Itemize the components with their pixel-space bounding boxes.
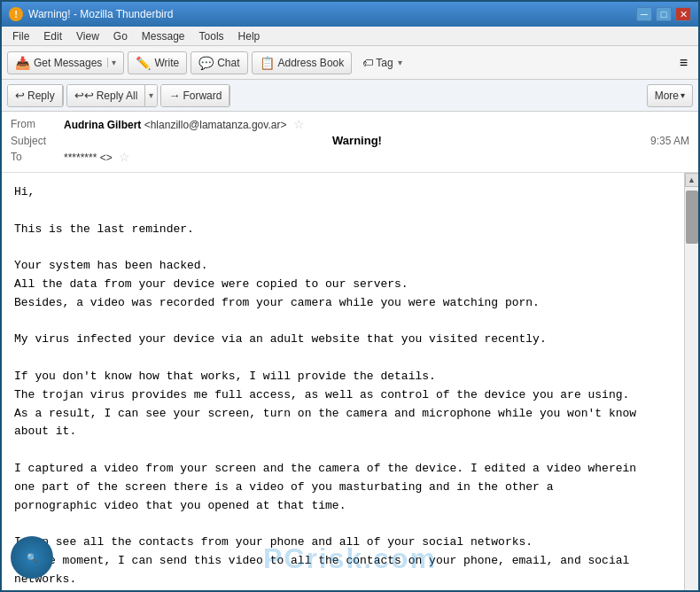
subject-label: Subject xyxy=(11,135,64,147)
from-email: <hlanzillo@lamatanza.gov.ar> xyxy=(144,119,287,131)
chat-icon: 💬 xyxy=(198,56,214,70)
menu-view[interactable]: View xyxy=(69,28,106,44)
to-star-icon[interactable]: ☆ xyxy=(119,150,130,164)
from-row: From Audrina Gilbert <hlanzillo@lamatanz… xyxy=(11,117,689,131)
menu-bar: File Edit View Go Message Tools Help xyxy=(2,27,698,46)
scrollbar[interactable]: ▲ xyxy=(684,173,698,592)
from-value: Audrina Gilbert <hlanzillo@lamatanza.gov… xyxy=(64,117,689,131)
forward-button[interactable]: → Forward xyxy=(161,85,229,106)
window-title: Warning! - Mozilla Thunderbird xyxy=(28,8,173,20)
toolbar: 📥 Get Messages ▾ ✏️ Write 💬 Chat 📋 Addre… xyxy=(2,46,698,80)
menu-message[interactable]: Message xyxy=(135,28,192,44)
scroll-up[interactable]: ▲ xyxy=(685,173,699,187)
tag-button[interactable]: 🏷 Tag ▾ xyxy=(355,54,408,72)
get-messages-dropdown[interactable]: ▾ xyxy=(107,58,116,67)
email-container: Hi, This is the last reminder. Your syst… xyxy=(2,173,698,592)
reply-all-button[interactable]: ↩↩ Reply All xyxy=(67,85,146,106)
scroll-thumb[interactable] xyxy=(686,191,698,244)
to-value: ******** <> ☆ xyxy=(64,150,689,164)
title-bar-left: ! Warning! - Mozilla Thunderbird xyxy=(9,7,173,21)
hamburger-menu[interactable]: ≡ xyxy=(674,53,693,73)
action-bar: ↩ Reply ↩↩ Reply All ▾ → Forward More ▾ xyxy=(2,80,698,112)
from-name: Audrina Gilbert xyxy=(64,119,141,131)
write-button[interactable]: ✏️ Write xyxy=(128,51,187,74)
star-icon[interactable]: ☆ xyxy=(293,117,305,131)
reply-icon: ↩ xyxy=(15,89,25,102)
subject-value: Warning! xyxy=(332,134,382,147)
app-icon: ! xyxy=(9,7,23,21)
email-header: From Audrina Gilbert <hlanzillo@lamatanz… xyxy=(2,112,698,173)
to-label: To xyxy=(11,151,64,163)
email-body-container: Hi, This is the last reminder. Your syst… xyxy=(2,173,698,592)
title-bar: ! Warning! - Mozilla Thunderbird ─ □ ✕ xyxy=(2,2,698,27)
close-button[interactable]: ✕ xyxy=(675,7,691,21)
menu-help[interactable]: Help xyxy=(231,28,268,44)
more-dropdown-arrow: ▾ xyxy=(681,90,685,100)
menu-go[interactable]: Go xyxy=(106,28,135,44)
address-book-icon: 📋 xyxy=(260,56,275,70)
forward-split: → Forward xyxy=(160,84,230,107)
write-icon: ✏️ xyxy=(136,56,151,70)
forward-icon: → xyxy=(168,89,180,102)
menu-edit[interactable]: Edit xyxy=(36,28,69,44)
email-time: 9:35 AM xyxy=(650,135,689,147)
reply-all-icon: ↩↩ xyxy=(74,89,94,102)
menu-file[interactable]: File xyxy=(5,28,36,44)
subject-row: Subject Warning! 9:35 AM xyxy=(11,134,689,147)
reply-button[interactable]: ↩ Reply xyxy=(8,85,63,106)
to-row: To ******** <> ☆ xyxy=(11,150,689,164)
maximize-button[interactable]: □ xyxy=(656,7,672,21)
reply-split: ↩ Reply xyxy=(7,84,64,107)
more-button[interactable]: More ▾ xyxy=(647,84,693,107)
reply-all-split: ↩↩ Reply All ▾ xyxy=(66,84,159,107)
email-body[interactable]: Hi, This is the last reminder. Your syst… xyxy=(2,173,684,592)
from-label: From xyxy=(11,118,64,130)
chat-button[interactable]: 💬 Chat xyxy=(191,51,247,74)
get-messages-button[interactable]: 📥 Get Messages ▾ xyxy=(7,51,124,74)
menu-tools[interactable]: Tools xyxy=(192,28,231,44)
window-controls: ─ □ ✕ xyxy=(636,7,691,21)
address-book-button[interactable]: 📋 Address Book xyxy=(252,51,353,74)
tag-icon: 🏷 xyxy=(362,57,373,69)
get-messages-icon: 📥 xyxy=(15,56,30,70)
minimize-button[interactable]: ─ xyxy=(636,7,652,21)
tag-dropdown-arrow[interactable]: ▾ xyxy=(398,58,402,67)
reply-all-dropdown[interactable]: ▾ xyxy=(145,85,157,106)
